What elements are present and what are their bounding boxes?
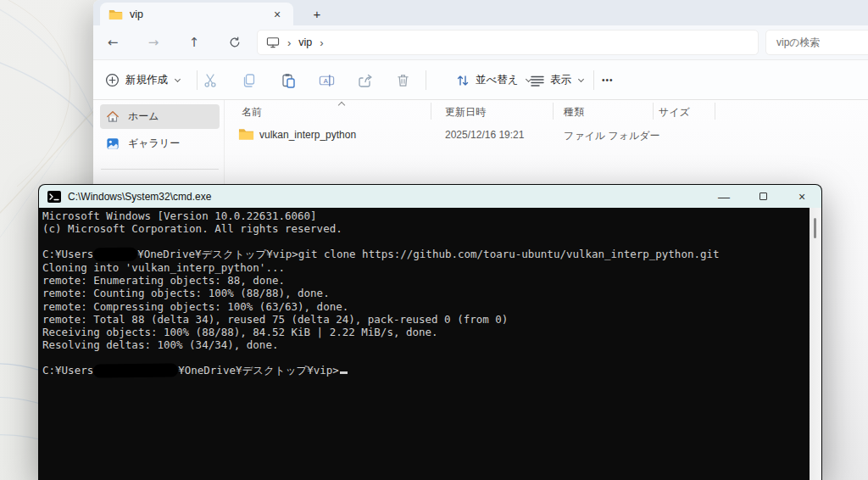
terminal-line: C:¥Users¥OneDrive¥デスクトップ¥vip> [42,364,810,377]
view-button[interactable]: 表示 [531,60,583,100]
search-input[interactable]: vipの検索 [765,30,868,55]
column-header-modified[interactable]: 更新日時 [445,105,486,120]
sidebar-divider [101,169,219,170]
terminal-line: C:¥Users¥OneDrive¥デスクトップ¥vip>git clone h… [42,248,810,261]
column-separator[interactable] [653,103,654,120]
file-name: vulkan_interp_python [259,129,356,141]
delete-button[interactable] [396,60,410,100]
terminal-line: Cloning into 'vulkan_interp_python'... [42,261,810,274]
rename-button[interactable]: A [319,60,335,100]
minimize-button[interactable]: — [704,185,743,208]
maximize-button[interactable] [743,185,782,208]
terminal-line: remote: Compressing objects: 100% (63/63… [42,300,810,313]
this-pc-icon [266,36,280,48]
sort-icon [456,74,470,87]
trash-icon [396,73,410,88]
paste-button[interactable] [281,60,296,100]
file-type: ファイル フォルダー [564,129,660,143]
sidebar-item-label: ギャラリー [128,137,180,151]
terminal-line: Receiving objects: 100% (88/88), 84.52 K… [42,326,810,338]
column-header-type[interactable]: 種類 [564,105,584,120]
redaction-blob [93,364,178,378]
table-row[interactable]: vulkan_interp_python 2025/12/16 19:21 ファ… [225,124,868,146]
toolbar-divider [593,70,594,90]
plus-circle-icon [105,73,120,87]
copy-button[interactable] [242,60,257,100]
terminal-line [42,351,810,364]
address-bar[interactable]: › vip › [257,30,759,55]
new-tab-button[interactable]: + [307,3,327,24]
sidebar-item-label: ホーム [128,109,159,124]
file-modified: 2025/12/16 19:21 [445,129,524,141]
terminal-line: (c) Microsoft Corporation. All rights re… [42,222,810,235]
terminal-cursor [340,371,348,374]
svg-text:A: A [324,76,329,84]
share-button[interactable] [358,60,373,100]
refresh-icon [229,36,241,48]
share-icon [358,73,373,88]
column-separator[interactable] [431,103,431,120]
cut-icon [203,73,218,88]
terminal-line [42,235,810,248]
new-item-label: 新規作成 [125,73,168,87]
breadcrumb-item-vip[interactable]: vip [298,36,312,48]
terminal-line: remote: Enumerating objects: 88, done. [42,274,810,287]
terminal-line: Microsoft Windows [Version 10.0.22631.60… [42,209,810,222]
view-label: 表示 [550,73,571,87]
terminal-line: Resolving deltas: 100% (34/34), done. [42,338,810,351]
terminal-output[interactable]: Microsoft Windows [Version 10.0.22631.60… [39,208,810,480]
cut-button[interactable] [203,60,218,100]
column-header-name[interactable]: 名前 [242,105,262,120]
view-icon [531,75,544,87]
chevron-down-icon [175,75,181,81]
folder-icon [238,127,254,141]
search-placeholder: vipの検索 [776,36,821,50]
redaction-blob [93,248,137,262]
paste-icon [281,73,296,88]
chevron-down-icon [578,75,584,81]
sort-ascending-icon [338,102,345,109]
column-separator[interactable] [715,103,715,120]
back-button[interactable]: ← [103,32,123,53]
maximize-icon [760,193,767,200]
forward-button[interactable]: → [143,32,164,53]
terminal-line: remote: Total 88 (delta 34), reused 75 (… [42,313,810,326]
gallery-icon [106,137,120,150]
home-icon [106,110,120,123]
scrollbar-thumb[interactable] [814,218,816,238]
toolbar-divider [197,70,198,90]
rename-icon: A [319,73,335,88]
sidebar-item-home[interactable]: ホーム [100,104,220,129]
explorer-address-row: ← → ↑ › vip › vipの検索 [93,25,868,59]
breadcrumb-chevron: › [320,36,323,49]
column-separator[interactable] [553,103,554,120]
cmd-window: C:\Windows\System32\cmd.exe — × Microsof… [38,184,822,480]
more-options-button[interactable]: ••• [602,60,614,100]
breadcrumb-chevron: › [287,36,291,49]
tab-close-icon[interactable]: × [270,8,285,21]
cmd-title-bar[interactable]: C:\Windows\System32\cmd.exe — × [39,185,821,208]
sort-label: 並べ替え [476,73,519,87]
copy-icon [242,73,257,88]
cmd-icon [47,191,61,203]
terminal-line: remote: Counting objects: 100% (88/88), … [42,287,810,299]
explorer-toolbar: 新規作成 A [93,59,868,100]
new-item-button[interactable]: 新規作成 [105,60,180,100]
toolbar-divider [426,70,426,90]
explorer-tab-strip: vip × + [93,0,868,25]
window-controls: — × [704,185,821,208]
column-header-size[interactable]: サイズ [659,105,690,120]
refresh-button[interactable] [225,32,245,53]
sidebar-item-gallery[interactable]: ギャラリー [100,131,220,156]
tab-title: vip [130,8,270,20]
folder-icon [108,8,123,20]
explorer-tab-vip[interactable]: vip × [100,3,293,25]
close-button[interactable]: × [782,185,821,208]
sort-button[interactable]: 並べ替え [456,60,531,100]
terminal-scrollbar[interactable] [810,208,821,480]
up-button[interactable]: ↑ [184,32,204,53]
window-title: C:\Windows\System32\cmd.exe [68,191,211,203]
